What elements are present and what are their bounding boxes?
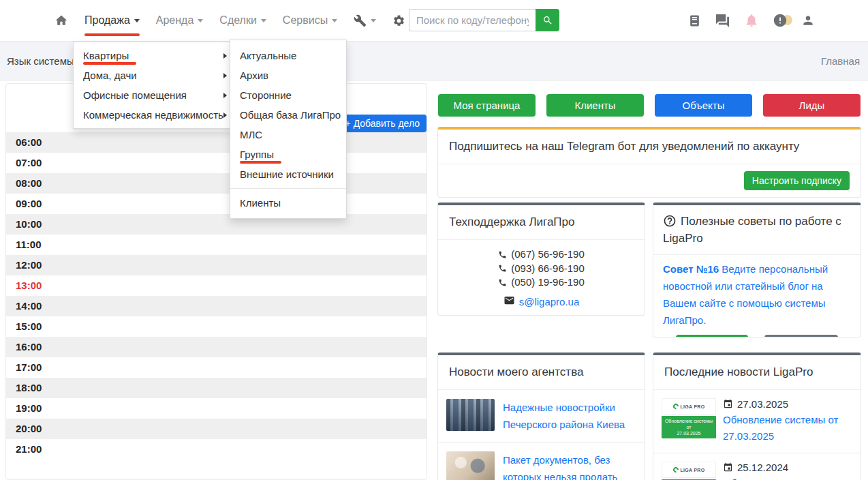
- menu-item-apartments-label: Квартиры: [83, 50, 129, 61]
- calendar-hour-row[interactable]: 06:00: [6, 132, 427, 153]
- objects-button[interactable]: Объекты: [655, 94, 752, 117]
- phone-icon: [498, 278, 507, 287]
- calendar-hour-row[interactable]: 19:00: [6, 398, 427, 419]
- menu-item-offices[interactable]: Офисные помещения: [74, 85, 234, 105]
- ligapro-news-card: Последние новости LigaPro LIGA PRO Обнов…: [653, 352, 861, 480]
- my-page-button[interactable]: Моя страница: [438, 94, 536, 117]
- address-book-icon[interactable]: [688, 14, 701, 28]
- menu-item-apartments[interactable]: Квартиры: [74, 46, 234, 65]
- ligapro-news-link[interactable]: Обновление системы от 27.03.2025: [723, 412, 852, 445]
- agency-news-link[interactable]: Надежные новостройки Печерского района К…: [503, 399, 636, 433]
- support-email-link[interactable]: s@ligapro.ua: [519, 296, 580, 308]
- ligapro-logo-icon: [672, 466, 679, 473]
- calendar-hour-row[interactable]: 11:00: [6, 235, 427, 255]
- bell-icon[interactable]: [744, 13, 759, 28]
- calendar-hour-row[interactable]: 08:00: [6, 173, 427, 194]
- news-thumbnail-city: [446, 399, 495, 431]
- submenu-item-actual[interactable]: Актуальные: [230, 46, 346, 65]
- phone-icon: [498, 250, 507, 259]
- alert-icon[interactable]: [773, 13, 788, 28]
- thumbnail-banner: Обновление системы от 27.03.2025: [662, 416, 716, 438]
- calendar-hour-row[interactable]: 15:00: [6, 316, 427, 337]
- support-phone-number: (067) 56-96-190: [511, 247, 585, 262]
- language-label: Язык системы: [7, 55, 74, 67]
- submenu-item-groups[interactable]: Группы: [230, 145, 346, 164]
- calendar-icon: [723, 399, 733, 409]
- calendar-hour-row[interactable]: 20:00: [6, 419, 427, 439]
- calendar-icon: [723, 462, 733, 472]
- chat-icon[interactable]: [715, 13, 730, 29]
- chevron-down-icon: [332, 19, 337, 22]
- calendar-hour-row[interactable]: 17:00: [6, 357, 427, 378]
- ligapro-news-item[interactable]: LIGA PRO Обновление системы от 25.12.202…: [653, 453, 861, 480]
- agency-news-title: Новости моего агентства: [438, 355, 645, 390]
- leads-button[interactable]: Лиды: [763, 94, 861, 117]
- chevron-right-icon: [223, 53, 227, 59]
- calendar-hour-row[interactable]: 09:00: [6, 194, 427, 214]
- search-input[interactable]: [409, 9, 536, 31]
- ligapro-news-title: Последние новости LigaPro: [653, 355, 861, 390]
- tools-menu[interactable]: [354, 14, 376, 27]
- submenu-item-external-sources[interactable]: Внешние источники: [230, 164, 346, 184]
- support-card: Техподдержка ЛигаПро (067) 56-96-190 (09…: [437, 202, 645, 316]
- submenu-item-external-listings[interactable]: Сторонние: [230, 85, 346, 105]
- search-button[interactable]: [536, 9, 559, 31]
- nav-item-deals-label: Сделки: [219, 14, 257, 27]
- all-tips-button[interactable]: Все советы: [764, 335, 837, 338]
- submenu-item-mls[interactable]: МЛС: [230, 125, 346, 145]
- support-phone-number: (093) 66-96-190: [511, 262, 585, 276]
- sales-dropdown-menu: Квартиры Дома, дачи Офисные помещения Ко…: [73, 42, 235, 129]
- news-date: 27.03.2025: [737, 398, 788, 410]
- chevron-right-icon: [223, 73, 227, 78]
- menu-item-houses-label: Дома, дачи: [83, 70, 137, 81]
- home-icon[interactable]: [55, 14, 68, 27]
- chevron-down-icon: [371, 19, 376, 22]
- calendar-hour-row-current[interactable]: 13:00: [6, 275, 427, 296]
- calendar-hour-row[interactable]: 18:00: [6, 378, 427, 398]
- calendar-hour-row[interactable]: 07:00: [6, 153, 427, 173]
- tip-details-button[interactable]: Подробнее: [676, 335, 748, 338]
- nav-item-services[interactable]: Сервисы: [283, 14, 337, 27]
- tip-text-link[interactable]: Совет №16 Ведите персональный новостной …: [653, 255, 861, 329]
- thumbnail-banner-caption: Обновление системы от: [663, 418, 715, 430]
- apartments-submenu: Актуальные Архив Сторонние Общая база Ли…: [230, 40, 347, 219]
- news-thumbnail-people: [446, 451, 495, 480]
- nav-item-sales[interactable]: Продажа: [84, 14, 140, 27]
- user-icon[interactable]: [801, 14, 815, 27]
- ligapro-news-item[interactable]: LIGA PRO Обновление системы от 27.03.202…: [653, 390, 861, 453]
- support-phone-number: (050) 19-96-190: [511, 275, 585, 290]
- calendar-hour-row[interactable]: 16:00: [6, 337, 427, 357]
- agency-news-card: Новости моего агентства Надежные новостр…: [437, 352, 645, 480]
- submenu-item-archive[interactable]: Архив: [230, 65, 346, 85]
- calendar-hour-row[interactable]: 21:00: [6, 439, 427, 460]
- submenu-item-shared-base[interactable]: Общая база ЛигаПро: [230, 105, 346, 125]
- clients-button[interactable]: Клиенты: [546, 94, 644, 117]
- ligapro-logo-text: LIGA PRO: [681, 468, 705, 472]
- calendar-hour-row[interactable]: 14:00: [6, 296, 427, 316]
- chevron-down-icon: [198, 19, 203, 22]
- submenu-item-groups-label: Группы: [240, 149, 274, 160]
- support-card-title: Техподдержка ЛигаПро: [438, 205, 645, 240]
- configure-subscription-button[interactable]: Настроить подписку: [744, 171, 850, 190]
- nav-item-rent[interactable]: Аренда: [156, 14, 204, 27]
- news-thumbnail-ligapro: LIGA PRO Обновление системы от 27.03.202…: [662, 398, 716, 445]
- calendar-hour-row[interactable]: 12:00: [6, 255, 427, 275]
- search-bar: [409, 9, 559, 31]
- tips-card-title-text: Полезные советы по работе с LigaPro: [663, 215, 841, 245]
- news-thumbnail-ligapro: LIGA PRO Обновление системы от 25.12.202…: [662, 462, 716, 480]
- agency-news-item[interactable]: Надежные новостройки Печерского района К…: [438, 390, 645, 442]
- agency-news-link[interactable]: Пакет документов, без которых нельзя про…: [503, 451, 636, 480]
- support-phone: (093) 66-96-190: [438, 262, 645, 276]
- chevron-down-icon: [261, 19, 266, 22]
- agency-news-item[interactable]: Пакет документов, без которых нельзя про…: [438, 442, 645, 480]
- search-icon: [542, 15, 553, 26]
- calendar-hour-row[interactable]: 10:00: [6, 214, 427, 235]
- chevron-right-icon: [223, 112, 227, 118]
- thumbnail-banner-date: 27.03.2025: [663, 430, 715, 436]
- add-task-button[interactable]: + Добавить дело: [339, 115, 427, 132]
- menu-item-houses[interactable]: Дома, дачи: [74, 65, 234, 85]
- nav-item-deals[interactable]: Сделки: [219, 14, 266, 27]
- submenu-item-clients[interactable]: Клиенты: [230, 193, 346, 213]
- ligapro-news-link[interactable]: Обновление системы от 25.12.2024: [723, 475, 852, 480]
- menu-item-commercial[interactable]: Коммерческая недвижимость: [74, 105, 234, 125]
